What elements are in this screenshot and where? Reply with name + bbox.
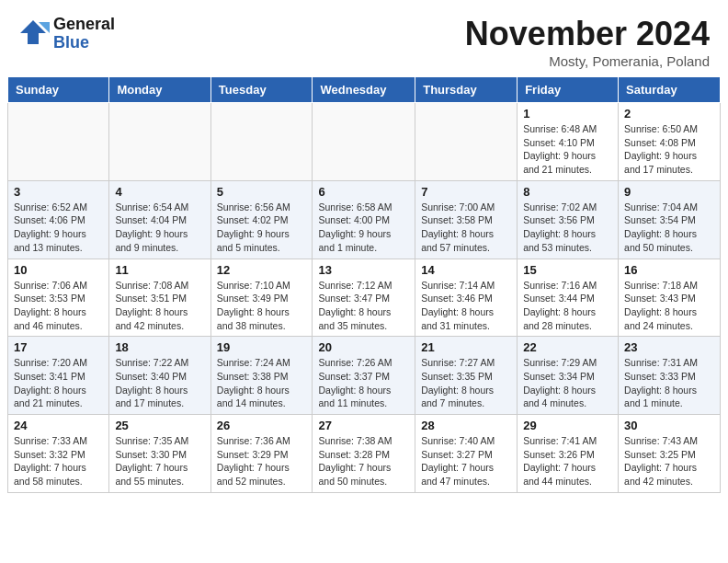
day-cell: 26Sunrise: 7:36 AM Sunset: 3:29 PM Dayli…: [210, 415, 313, 493]
day-info: Sunrise: 7:20 AM Sunset: 3:41 PM Dayligh…: [14, 356, 103, 410]
day-cell: 6Sunrise: 6:58 AM Sunset: 4:00 PM Daylig…: [313, 180, 415, 259]
day-number: 12: [217, 263, 307, 277]
col-tuesday: Tuesday: [210, 77, 313, 103]
day-cell: 18Sunrise: 7:22 AM Sunset: 3:40 PM Dayli…: [109, 337, 210, 415]
day-number: 30: [624, 419, 714, 432]
day-number: 15: [523, 263, 612, 277]
day-cell: 7Sunrise: 7:00 AM Sunset: 3:58 PM Daylig…: [415, 180, 518, 259]
day-info: Sunrise: 7:29 AM Sunset: 3:34 PM Dayligh…: [523, 356, 612, 410]
day-cell: 28Sunrise: 7:40 AM Sunset: 3:27 PM Dayli…: [415, 415, 518, 493]
logo-line2: Blue: [53, 34, 115, 52]
week-row-3: 10Sunrise: 7:06 AM Sunset: 3:53 PM Dayli…: [8, 259, 721, 337]
day-cell: 30Sunrise: 7:43 AM Sunset: 3:25 PM Dayli…: [619, 415, 721, 493]
day-cell: 11Sunrise: 7:08 AM Sunset: 3:51 PM Dayli…: [109, 259, 210, 337]
day-number: 7: [421, 185, 511, 199]
day-cell: 15Sunrise: 7:16 AM Sunset: 3:44 PM Dayli…: [518, 259, 619, 337]
day-info: Sunrise: 7:36 AM Sunset: 3:29 PM Dayligh…: [217, 434, 307, 488]
day-info: Sunrise: 7:33 AM Sunset: 3:32 PM Dayligh…: [14, 434, 103, 488]
day-cell: [313, 103, 415, 181]
day-cell: 2Sunrise: 6:50 AM Sunset: 4:08 PM Daylig…: [619, 103, 721, 181]
day-cell: [415, 103, 518, 181]
day-info: Sunrise: 7:35 AM Sunset: 3:30 PM Dayligh…: [115, 434, 204, 488]
day-cell: 25Sunrise: 7:35 AM Sunset: 3:30 PM Dayli…: [109, 415, 210, 493]
day-info: Sunrise: 7:14 AM Sunset: 3:46 PM Dayligh…: [421, 279, 511, 333]
day-cell: [109, 103, 210, 181]
day-info: Sunrise: 7:41 AM Sunset: 3:26 PM Dayligh…: [523, 434, 612, 488]
day-cell: 27Sunrise: 7:38 AM Sunset: 3:28 PM Dayli…: [313, 415, 415, 493]
day-cell: 8Sunrise: 7:02 AM Sunset: 3:56 PM Daylig…: [518, 180, 619, 259]
day-cell: 29Sunrise: 7:41 AM Sunset: 3:26 PM Dayli…: [518, 415, 619, 493]
day-info: Sunrise: 6:58 AM Sunset: 4:00 PM Dayligh…: [318, 201, 409, 255]
day-number: 3: [14, 185, 103, 199]
day-number: 22: [523, 340, 612, 354]
week-row-1: 1Sunrise: 6:48 AM Sunset: 4:10 PM Daylig…: [8, 103, 721, 181]
day-info: Sunrise: 7:12 AM Sunset: 3:47 PM Dayligh…: [318, 279, 409, 333]
day-info: Sunrise: 6:54 AM Sunset: 4:04 PM Dayligh…: [115, 201, 204, 255]
month-title: November 2024: [465, 15, 710, 53]
week-row-2: 3Sunrise: 6:52 AM Sunset: 4:06 PM Daylig…: [8, 180, 721, 259]
day-info: Sunrise: 6:52 AM Sunset: 4:06 PM Dayligh…: [14, 201, 103, 255]
day-info: Sunrise: 7:27 AM Sunset: 3:35 PM Dayligh…: [421, 356, 511, 410]
day-cell: 22Sunrise: 7:29 AM Sunset: 3:34 PM Dayli…: [518, 337, 619, 415]
location: Mosty, Pomerania, Poland: [465, 53, 710, 69]
day-number: 29: [523, 419, 612, 432]
day-number: 5: [217, 185, 307, 199]
day-cell: 5Sunrise: 6:56 AM Sunset: 4:02 PM Daylig…: [210, 180, 313, 259]
day-info: Sunrise: 7:40 AM Sunset: 3:27 PM Dayligh…: [421, 434, 511, 488]
day-number: 24: [14, 419, 103, 432]
day-number: 6: [318, 185, 409, 199]
day-cell: 14Sunrise: 7:14 AM Sunset: 3:46 PM Dayli…: [415, 259, 518, 337]
header-row: Sunday Monday Tuesday Wednesday Thursday…: [8, 77, 721, 103]
day-cell: 13Sunrise: 7:12 AM Sunset: 3:47 PM Dayli…: [313, 259, 415, 337]
week-row-4: 17Sunrise: 7:20 AM Sunset: 3:41 PM Dayli…: [8, 337, 721, 415]
day-info: Sunrise: 7:18 AM Sunset: 3:43 PM Dayligh…: [624, 279, 714, 333]
day-cell: 16Sunrise: 7:18 AM Sunset: 3:43 PM Dayli…: [619, 259, 721, 337]
day-number: 8: [523, 185, 612, 199]
day-number: 1: [523, 107, 612, 121]
day-info: Sunrise: 7:02 AM Sunset: 3:56 PM Dayligh…: [523, 201, 612, 255]
logo: General Blue: [15, 15, 115, 53]
day-number: 11: [115, 263, 204, 277]
col-saturday: Saturday: [619, 77, 721, 103]
day-number: 26: [217, 419, 307, 432]
day-info: Sunrise: 7:00 AM Sunset: 3:58 PM Dayligh…: [421, 201, 511, 255]
col-thursday: Thursday: [415, 77, 518, 103]
day-cell: [210, 103, 313, 181]
day-cell: 20Sunrise: 7:26 AM Sunset: 3:37 PM Dayli…: [313, 337, 415, 415]
day-info: Sunrise: 7:16 AM Sunset: 3:44 PM Dayligh…: [523, 279, 612, 333]
day-number: 13: [318, 263, 409, 277]
logo-icon: [15, 15, 50, 50]
day-cell: 21Sunrise: 7:27 AM Sunset: 3:35 PM Dayli…: [415, 337, 518, 415]
day-number: 18: [115, 340, 204, 354]
col-friday: Friday: [518, 77, 619, 103]
day-number: 4: [115, 185, 204, 199]
day-number: 10: [14, 263, 103, 277]
day-cell: 12Sunrise: 7:10 AM Sunset: 3:49 PM Dayli…: [210, 259, 313, 337]
title-section: November 2024 Mosty, Pomerania, Poland: [465, 15, 710, 69]
day-info: Sunrise: 6:56 AM Sunset: 4:02 PM Dayligh…: [217, 201, 307, 255]
page-header: General Blue November 2024 Mosty, Pomera…: [0, 0, 728, 76]
day-info: Sunrise: 7:10 AM Sunset: 3:49 PM Dayligh…: [217, 279, 307, 333]
col-wednesday: Wednesday: [313, 77, 415, 103]
day-cell: [8, 103, 109, 181]
day-info: Sunrise: 6:50 AM Sunset: 4:08 PM Dayligh…: [624, 122, 714, 177]
col-sunday: Sunday: [8, 77, 109, 103]
day-number: 9: [624, 185, 714, 199]
day-cell: 1Sunrise: 6:48 AM Sunset: 4:10 PM Daylig…: [518, 103, 619, 181]
day-number: 16: [624, 263, 714, 277]
day-info: Sunrise: 7:26 AM Sunset: 3:37 PM Dayligh…: [318, 356, 409, 410]
day-info: Sunrise: 7:38 AM Sunset: 3:28 PM Dayligh…: [318, 434, 409, 488]
day-number: 27: [318, 419, 409, 432]
day-cell: 17Sunrise: 7:20 AM Sunset: 3:41 PM Dayli…: [8, 337, 109, 415]
day-number: 21: [421, 340, 511, 354]
day-info: Sunrise: 7:22 AM Sunset: 3:40 PM Dayligh…: [115, 356, 204, 410]
day-cell: 3Sunrise: 6:52 AM Sunset: 4:06 PM Daylig…: [8, 180, 109, 259]
day-info: Sunrise: 7:06 AM Sunset: 3:53 PM Dayligh…: [14, 279, 103, 333]
day-info: Sunrise: 7:31 AM Sunset: 3:33 PM Dayligh…: [624, 356, 714, 410]
day-cell: 19Sunrise: 7:24 AM Sunset: 3:38 PM Dayli…: [210, 337, 313, 415]
day-number: 2: [624, 107, 714, 121]
calendar-body: 1Sunrise: 6:48 AM Sunset: 4:10 PM Daylig…: [8, 103, 721, 493]
day-cell: 24Sunrise: 7:33 AM Sunset: 3:32 PM Dayli…: [8, 415, 109, 493]
week-row-5: 24Sunrise: 7:33 AM Sunset: 3:32 PM Dayli…: [8, 415, 721, 493]
col-monday: Monday: [109, 77, 210, 103]
